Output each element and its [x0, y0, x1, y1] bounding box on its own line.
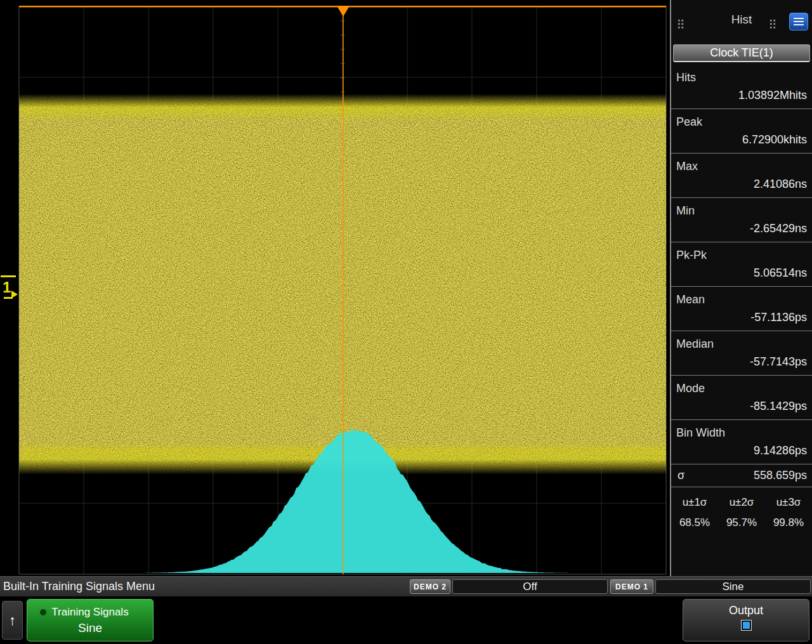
- stat-label: Max: [671, 158, 812, 174]
- stat-label: Pk-Pk: [671, 247, 812, 263]
- stat-label: Bin Width: [671, 424, 812, 441]
- softkey-bar: ↑ Training Signals Sine Output: [0, 596, 812, 644]
- stat-row-min: Min -2.65429ns: [671, 198, 812, 242]
- hist-stats-list: Hits 1.03892Mhits Peak 6.72900khits Max …: [671, 65, 812, 464]
- stat-row-max: Max 2.41086ns: [671, 154, 812, 198]
- jitter-noise-band: [19, 94, 666, 475]
- stat-row-sigma: σ 558.659ps: [671, 464, 812, 487]
- stat-row-pkpk: Pk-Pk 5.06514ns: [671, 242, 812, 287]
- panel-menu-button[interactable]: [789, 13, 808, 30]
- stat-row-median: Median -57.7143ps: [671, 331, 812, 376]
- menu-status-bar: Built-In Training Signals Menu DEMO 2 Of…: [0, 576, 812, 596]
- stat-value: 5.06514ns: [671, 263, 812, 282]
- menu-title: Built-In Training Signals Menu: [3, 580, 155, 593]
- stat-label: Mode: [671, 380, 812, 397]
- sigma2-header: u±2σ: [718, 492, 765, 513]
- trigger-marker[interactable]: [337, 7, 349, 16]
- sigma-distribution-table: u±1σ u±2σ u±3σ 68.5% 95.7% 99.8%: [671, 487, 812, 533]
- stat-value: -85.1429ps: [671, 397, 812, 416]
- stat-row-mode: Mode -85.1429ps: [671, 376, 812, 420]
- sigma-value: 558.659ps: [684, 469, 812, 482]
- hist-panel: Hist Clock TIE(1) Hits 1.03892Mhits Peak…: [670, 0, 812, 576]
- sigma1-header: u±1σ: [671, 492, 718, 513]
- scope-graticule: 1: [0, 0, 670, 576]
- channel1-ground-marker[interactable]: 1: [1, 275, 18, 299]
- stat-row-peak: Peak 6.72900khits: [671, 109, 812, 154]
- channel1-label: 1: [3, 279, 11, 296]
- stat-label: Peak: [671, 114, 812, 130]
- checkbox-checked-fill: [743, 622, 750, 629]
- stat-value: 1.03892Mhits: [671, 86, 812, 105]
- training-signals-softkey[interactable]: Training Signals Sine: [27, 599, 154, 641]
- demo1-signal-value[interactable]: Sine: [655, 579, 811, 594]
- stat-label: Mean: [671, 291, 812, 308]
- hist-source-button[interactable]: Clock TIE(1): [673, 44, 810, 62]
- sigma-label: σ: [671, 469, 684, 482]
- stat-value: 6.72900khits: [671, 130, 812, 149]
- menu-list-icon: [794, 18, 804, 26]
- output-softkey[interactable]: Output: [683, 599, 809, 641]
- demo2-signal-value[interactable]: Off: [452, 579, 608, 594]
- drag-grip-icon[interactable]: [769, 19, 776, 29]
- stat-label: Min: [671, 202, 812, 219]
- sigma3-header: u±3σ: [765, 492, 812, 513]
- stat-value: -57.1136ps: [671, 308, 812, 327]
- output-checkbox[interactable]: [741, 620, 752, 631]
- softkey-led-icon: [40, 609, 46, 615]
- demo2-badge: DEMO 2: [410, 579, 450, 594]
- output-label: Output: [729, 601, 763, 620]
- stat-label: Hits: [671, 69, 812, 86]
- sigma1-value: 68.5%: [671, 513, 718, 533]
- stat-label: Median: [671, 336, 812, 352]
- stat-row-binwidth: Bin Width 9.14286ps: [671, 420, 812, 464]
- waveform-display: 1: [0, 0, 670, 576]
- oscilloscope-screen: 1 Hist Clock TIE(1) Hits 1.03892Mhits Pe…: [0, 0, 812, 644]
- stat-row-hits: Hits 1.03892Mhits: [671, 65, 812, 109]
- stat-row-mean: Mean -57.1136ps: [671, 287, 812, 331]
- stat-value: 9.14286ps: [671, 441, 812, 460]
- menu-back-button[interactable]: ↑: [2, 601, 23, 640]
- panel-title: Hist: [731, 13, 752, 27]
- hist-panel-header[interactable]: Hist: [671, 0, 812, 39]
- sigma3-value: 99.8%: [765, 513, 812, 533]
- training-signals-label: Training Signals: [51, 605, 128, 620]
- sigma2-value: 95.7%: [718, 513, 765, 533]
- demo1-badge: DEMO 1: [610, 579, 653, 594]
- stat-value: -2.65429ns: [671, 219, 812, 238]
- stat-value: 2.41086ns: [671, 174, 812, 194]
- stat-value: -57.7143ps: [671, 352, 812, 371]
- drag-grip-icon[interactable]: [678, 19, 684, 29]
- up-arrow-icon: ↑: [9, 612, 16, 629]
- training-signal-selection: Sine: [78, 620, 102, 636]
